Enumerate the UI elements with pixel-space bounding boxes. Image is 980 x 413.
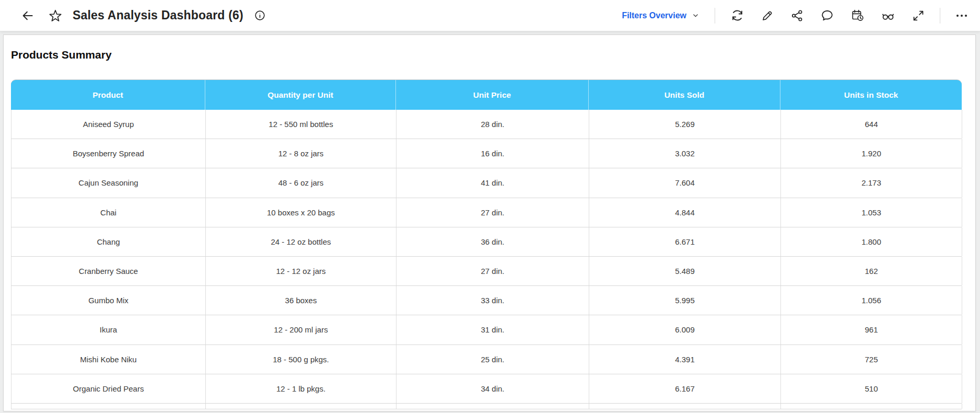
table-cell: 12 - 12 oz jars — [206, 257, 396, 285]
preview-button[interactable] — [881, 8, 895, 23]
table-cell: 33 din. — [396, 286, 589, 315]
table-cell: 3.032 — [589, 139, 781, 168]
back-button[interactable] — [21, 9, 34, 22]
table-row: Organic Dried Pears12 - 1 lb pkgs.34 din… — [11, 374, 962, 404]
table-cell: Organic Dried Pears — [11, 374, 206, 403]
table-row: Aniseed Syrup12 - 550 ml bottles28 din.5… — [11, 110, 962, 139]
comment-icon — [820, 8, 834, 22]
more-ellipsis-icon — [955, 9, 969, 22]
table-cell: 5.489 — [589, 257, 781, 285]
table-cell: 25 din. — [396, 345, 589, 374]
filters-overview-dropdown[interactable]: Filters Overview — [622, 11, 699, 20]
dashboard-canvas: Products Summary ProductQuantity per Uni… — [3, 35, 976, 411]
table-cell: 5.269 — [589, 110, 781, 139]
table-cell: 36 boxes — [206, 286, 396, 315]
table-cell: 12 - 8 oz jars — [206, 139, 396, 168]
dashboard-title: Sales Analysis Dashboard (6) — [73, 8, 243, 22]
column-header-units-sold[interactable]: Units Sold — [589, 80, 780, 110]
table-cell: 1.053 — [781, 198, 962, 227]
table-cell: 28 din. — [396, 110, 589, 139]
table-cell: 6.009 — [589, 315, 781, 344]
table-row: Boysenberry Spread12 - 8 oz jars16 din.3… — [11, 139, 962, 168]
table-cell: 16 din. — [396, 139, 589, 168]
table-cell: 31 din. — [396, 315, 589, 344]
table-row: Chai10 boxes x 20 bags27 din.4.8441.053 — [11, 198, 962, 227]
refresh-icon — [730, 8, 744, 22]
glasses-preview-icon — [881, 8, 895, 23]
table-cell: 12 - 1 lb pkgs. — [206, 374, 396, 403]
table-cell: 4.391 — [589, 345, 781, 374]
toolbar-icon-group — [730, 8, 925, 23]
table-cell: 725 — [781, 345, 962, 374]
table-cell: 48 - 6 oz jars — [206, 168, 396, 197]
column-header-unit-price[interactable]: Unit Price — [396, 80, 589, 110]
edit-button[interactable] — [761, 9, 774, 22]
table-cell: 1.800 — [781, 227, 962, 256]
column-header-quantity-per-unit[interactable]: Quantity per Unit — [205, 80, 396, 110]
table-cell: Chang — [11, 227, 206, 256]
toolbar-right-group: Filters Overview — [622, 8, 969, 24]
table-header-row: ProductQuantity per UnitUnit PriceUnits … — [11, 80, 962, 110]
products-summary-table: ProductQuantity per UnitUnit PriceUnits … — [11, 80, 962, 409]
favorite-button[interactable] — [48, 8, 63, 23]
table-cell: 644 — [781, 110, 962, 139]
table-row: Chang24 - 12 oz bottles36 din.6.6711.800 — [11, 227, 962, 257]
table-cell — [11, 404, 206, 409]
back-arrow-icon — [21, 9, 34, 22]
table-cell: 1.920 — [781, 139, 962, 168]
more-options-button[interactable] — [955, 9, 969, 22]
table-cell: Mishi Kobe Niku — [11, 345, 206, 374]
table-cell: 18 - 500 g pkgs. — [206, 345, 396, 374]
table-cell: 510 — [781, 374, 962, 403]
table-cell: Cajun Seasoning — [11, 168, 206, 197]
schedule-calendar-clock-icon — [850, 8, 865, 22]
table-cell: 41 din. — [396, 168, 589, 197]
fullscreen-expand-icon — [912, 9, 925, 22]
table-cell — [396, 404, 589, 409]
table-cell: 24 - 12 oz bottles — [206, 227, 396, 256]
edit-pencil-icon — [761, 9, 774, 22]
table-cell: 10 boxes x 20 bags — [206, 198, 396, 227]
table-cell: 162 — [781, 257, 962, 285]
table-cell: Aniseed Syrup — [11, 110, 206, 139]
table-cell: 5.995 — [589, 286, 781, 315]
table-cell — [589, 404, 781, 409]
table-row: Cajun Seasoning48 - 6 oz jars41 din.7.60… — [11, 168, 962, 198]
table-row: Ikura12 - 200 ml jars31 din.6.009961 — [11, 315, 962, 345]
table-cell: 6.671 — [589, 227, 781, 256]
table-cell: Cranberry Sauce — [11, 257, 206, 285]
table-cell: Chai — [11, 198, 206, 227]
comment-button[interactable] — [820, 8, 834, 22]
table-cell: 27 din. — [396, 198, 589, 227]
table-cell — [206, 404, 396, 409]
toolbar-divider — [715, 8, 715, 24]
table-cell: 12 - 200 ml jars — [206, 315, 396, 344]
column-header-units-in-stock[interactable]: Units in Stock — [780, 80, 962, 110]
fullscreen-button[interactable] — [912, 9, 925, 22]
star-icon — [48, 8, 63, 23]
table-cell: Gumbo Mix — [11, 286, 206, 315]
table-cell: 12 - 550 ml bottles — [206, 110, 396, 139]
refresh-button[interactable] — [730, 8, 744, 22]
chevron-down-icon — [692, 12, 699, 19]
schedule-button[interactable] — [850, 8, 865, 22]
toolbar-divider — [940, 8, 940, 24]
toolbar-left-group: Sales Analysis Dashboard (6) — [21, 8, 266, 23]
table-cell: Ikura — [11, 315, 206, 344]
info-button[interactable] — [254, 9, 266, 21]
share-icon — [790, 9, 804, 22]
table-row-partial — [11, 404, 962, 409]
table-row: Mishi Kobe Niku18 - 500 g pkgs.25 din.4.… — [11, 345, 962, 374]
table-cell: 7.604 — [589, 168, 781, 197]
table-cell: 6.167 — [589, 374, 781, 403]
table-row: Gumbo Mix36 boxes33 din.5.9951.056 — [11, 286, 962, 315]
info-icon — [254, 9, 266, 21]
widget-title: Products Summary — [11, 49, 975, 61]
table-cell — [781, 404, 962, 409]
table-cell: 4.844 — [589, 198, 781, 227]
table-row: Cranberry Sauce12 - 12 oz jars27 din.5.4… — [11, 257, 962, 286]
table-cell: 27 din. — [396, 257, 589, 285]
column-header-product[interactable]: Product — [11, 80, 205, 110]
filters-overview-label: Filters Overview — [622, 11, 686, 20]
share-button[interactable] — [790, 9, 804, 22]
